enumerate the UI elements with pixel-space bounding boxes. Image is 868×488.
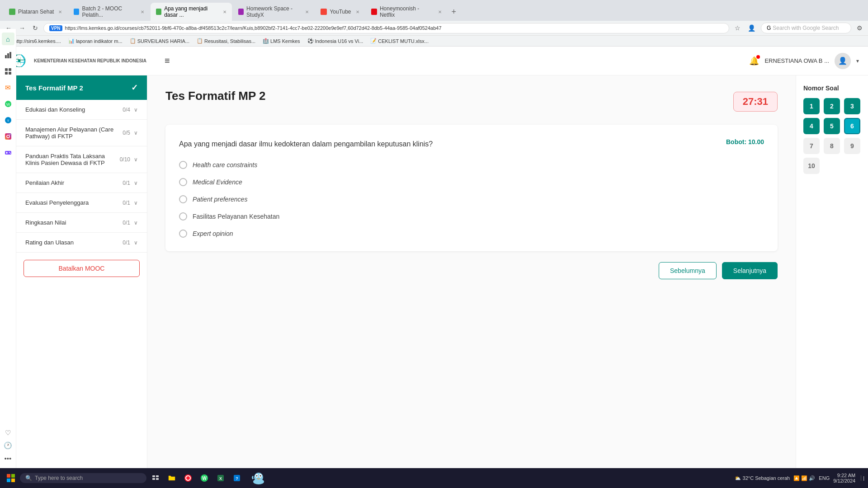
option-radio-3[interactable] [179, 195, 187, 203]
question-number-10[interactable]: 10 [803, 158, 820, 174]
search-box[interactable]: G Search with Google Search [761, 23, 851, 33]
sidebar-section-title-5: Ringkasan Nilai [25, 219, 123, 226]
sidebar-section-header-evaluasi[interactable]: Evaluasi Penyelenggara 0/1 ∨ [16, 193, 147, 212]
taskbar-excel[interactable]: X [213, 471, 228, 485]
option-item-2[interactable]: Medical Evidence [179, 178, 764, 186]
svg-text:W: W [6, 102, 10, 107]
bookmark-lms[interactable]: 🏥 LMS Kemkes [260, 37, 302, 45]
home-icon-btn[interactable]: ⌂ [2, 33, 14, 45]
bookmark-2[interactable]: 📊 laporan indikator m... [66, 37, 125, 45]
sidebar-top-label: Tes Formatif MP 2 [25, 84, 83, 92]
bookmark-icon-3: 📋 [130, 38, 136, 44]
hamburger-button[interactable]: ≡ [165, 56, 170, 66]
sidebar-section-title-2: Panduan Praktis Tata Laksana Klinis Pasi… [25, 153, 120, 166]
svg-point-19 [10, 153, 11, 154]
notification-button[interactable]: 🔔 [749, 56, 759, 66]
bookmark-4[interactable]: 📋 Resusitasi, Stabilisas... [194, 37, 258, 45]
weather-text: 32°C Sebagian cerah [743, 475, 790, 481]
sidebar-section-title-1: Manajemen Alur Pelayanan (Care Pathway) … [25, 126, 123, 140]
sidebar-top-item[interactable]: Tes Formatif MP 2 ✓ [16, 75, 147, 100]
svg-rect-26 [152, 478, 155, 480]
history-icon-btn[interactable]: 🕐 [2, 439, 14, 452]
more-icon-btn[interactable]: ••• [2, 452, 14, 465]
taskbar-lang: ENG [819, 475, 830, 481]
question-number-1[interactable]: 1 [803, 98, 820, 114]
option-radio-4[interactable] [179, 212, 187, 221]
instagram-icon-btn[interactable] [2, 130, 14, 143]
question-number-7[interactable]: 7 [803, 138, 820, 154]
profile-button[interactable]: 👤 [746, 23, 757, 33]
taskbar-other[interactable]: ? [230, 471, 244, 485]
forward-button[interactable]: → [17, 23, 27, 33]
sidebar-section-header-edukasi[interactable]: Edukasi dan Konseling 0/4 ∨ [16, 100, 147, 119]
tab-apa[interactable]: Apa yang menjadi dasar ... ✕ [151, 3, 232, 21]
option-item-1[interactable]: Health care constraints [179, 161, 764, 169]
game-icon-btn[interactable] [2, 146, 14, 159]
question-number-6[interactable]: 6 [844, 118, 860, 134]
extensions-button[interactable]: ⚙ [855, 23, 864, 33]
batalkan-mooc-button[interactable]: Batalkan MOOC [24, 260, 140, 277]
heart-icon-btn[interactable]: ♡ [2, 427, 14, 439]
sidebar-section-header-penilaian[interactable]: Penilaian Akhir 0/1 ∨ [16, 173, 147, 192]
url-box[interactable]: VPN https://lms.kemkes.go.id/courses/cb7… [43, 23, 729, 33]
next-button[interactable]: Selanjutnya [722, 262, 778, 279]
tab-studyx[interactable]: Homework Space - StudyX ✕ [233, 3, 314, 21]
question-number-4[interactable]: 4 [803, 118, 820, 134]
tab-close-3[interactable]: ✕ [223, 9, 226, 14]
whatsapp-icon-btn[interactable]: W [2, 98, 14, 110]
messenger-icon-btn[interactable]: ✉ [2, 81, 14, 94]
tab-youtube[interactable]: YouTube ✕ [315, 6, 364, 18]
start-button[interactable] [4, 471, 18, 485]
show-desktop-btn[interactable]: | [861, 475, 864, 481]
taskbar-search[interactable]: 🔍 Type here to search [20, 473, 146, 483]
taskbar-opera[interactable] [181, 471, 195, 485]
tab-bar: Plataran Sehat ✕ Batch 2 - MOOC Pelatih.… [0, 0, 868, 21]
options-list: Health care constraints Medical Evidence… [179, 161, 764, 238]
sidebar-section-evaluasi: Evaluasi Penyelenggara 0/1 ∨ [16, 193, 147, 213]
option-item-5[interactable]: Expert opinion [179, 230, 764, 238]
taskbar-task-view[interactable] [148, 471, 163, 485]
prev-button[interactable]: Sebelumnya [659, 262, 717, 279]
new-tab-button[interactable]: + [448, 5, 460, 19]
question-number-2[interactable]: 2 [824, 98, 840, 114]
question-number-5[interactable]: 5 [824, 118, 840, 134]
svg-rect-23 [11, 479, 15, 482]
taskbar-explorer[interactable] [165, 471, 179, 485]
bookmark-3[interactable]: 📋 SURVEILANS HARIA... [127, 37, 192, 45]
option-item-3[interactable]: Patient preferences [179, 195, 764, 203]
taskbar-whatsapp[interactable]: W [197, 471, 212, 485]
sidebar-section-header-manajemen[interactable]: Manajemen Alur Pelayanan (Care Pathway) … [16, 120, 147, 146]
bookmark-button[interactable]: ☆ [733, 23, 742, 33]
sidebar-section-header-panduan[interactable]: Panduan Praktis Tata Laksana Klinis Pasi… [16, 146, 147, 173]
user-avatar[interactable]: 👤 [835, 53, 851, 69]
tab-close-5[interactable]: ✕ [356, 9, 359, 14]
question-text: Apa yang menjadi dasar ilmu kedokteran d… [179, 138, 433, 150]
mascot-area [250, 469, 268, 487]
question-number-3[interactable]: 3 [844, 98, 860, 114]
bookmark-6[interactable]: 📝 CEKLIST MUTU.xlsx... [368, 37, 431, 45]
option-item-4[interactable]: Fasilitas Pelayanan Kesehatan [179, 212, 764, 221]
option-radio-5[interactable] [179, 230, 187, 238]
tab-mooc[interactable]: Batch 2 - MOOC Pelatih... ✕ [68, 3, 150, 21]
reload-button[interactable]: ↻ [31, 23, 40, 33]
sidebar-chevron-4: ∨ [134, 200, 138, 206]
sidebar-section-header-ringkasan[interactable]: Ringkasan Nilai 0/1 ∨ [16, 213, 147, 232]
tab-close-1[interactable]: ✕ [58, 9, 62, 14]
taskbar-time: 9:22 AM [833, 473, 855, 478]
tab-close-4[interactable]: ✕ [305, 9, 309, 14]
user-dropdown-arrow[interactable]: ▾ [856, 58, 859, 64]
option-radio-2[interactable] [179, 178, 187, 186]
grid-icon-btn[interactable] [2, 65, 14, 78]
sidebar-section-header-rating[interactable]: Rating dan Ulasan 0/1 ∨ [16, 233, 147, 252]
question-number-9[interactable]: 9 [844, 138, 860, 154]
telegram-icon-btn[interactable]: T [2, 114, 14, 127]
tab-netflix[interactable]: Honeymoonish - Netflix ✕ [366, 3, 447, 21]
tab-plataran[interactable]: Plataran Sehat ✕ [4, 6, 67, 18]
tab-close-6[interactable]: ✕ [438, 9, 442, 14]
bookmark-5[interactable]: ⚽ Indonesia U16 vs Vi... [305, 37, 366, 45]
svg-point-18 [9, 152, 10, 153]
chart-icon-btn[interactable] [2, 49, 14, 61]
tab-close-2[interactable]: ✕ [141, 9, 144, 14]
question-number-8[interactable]: 8 [824, 138, 840, 154]
option-radio-1[interactable] [179, 161, 187, 169]
